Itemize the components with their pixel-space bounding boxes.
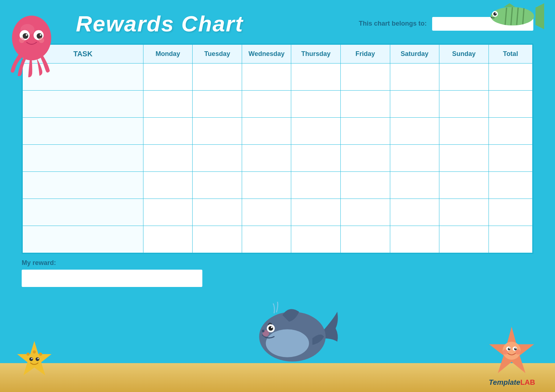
svg-point-10: [12, 16, 51, 60]
day-cell[interactable]: [489, 64, 532, 91]
day-cell[interactable]: [242, 91, 291, 118]
day-cell[interactable]: [340, 64, 390, 91]
svg-point-17: [40, 34, 42, 36]
day-cell[interactable]: [242, 226, 291, 253]
svg-point-16: [26, 34, 27, 36]
table-row: [23, 145, 533, 172]
day-cell[interactable]: [291, 226, 341, 253]
day-cell[interactable]: [193, 64, 242, 91]
day-cell[interactable]: [340, 145, 390, 172]
svg-point-38: [26, 353, 30, 356]
day-cell[interactable]: [439, 118, 489, 145]
table-row: [23, 172, 533, 199]
task-cell[interactable]: [23, 199, 143, 226]
day-cell[interactable]: [489, 145, 532, 172]
octopus-decoration: [4, 7, 60, 79]
day-cell[interactable]: [340, 199, 390, 226]
col-wednesday: Wednesday: [242, 45, 291, 64]
day-cell[interactable]: [143, 172, 193, 199]
day-cell[interactable]: [489, 226, 532, 253]
day-cell[interactable]: [340, 118, 390, 145]
day-cell[interactable]: [489, 172, 532, 199]
day-cell[interactable]: [340, 172, 390, 199]
day-cell[interactable]: [193, 172, 242, 199]
day-cell[interactable]: [143, 64, 193, 91]
svg-point-21: [266, 329, 309, 357]
svg-point-42: [35, 357, 39, 361]
day-cell[interactable]: [143, 226, 193, 253]
table-header-row: TASK Monday Tuesday Wednesday Thursday F…: [23, 45, 533, 64]
table-row: [23, 91, 533, 118]
svg-point-33: [509, 348, 510, 349]
day-cell[interactable]: [489, 91, 532, 118]
footer-section: My reward:: [18, 259, 537, 287]
day-cell[interactable]: [439, 226, 489, 253]
svg-point-19: [39, 38, 44, 43]
svg-point-35: [503, 349, 508, 354]
day-cell[interactable]: [143, 118, 193, 145]
day-cell[interactable]: [242, 199, 291, 226]
task-cell[interactable]: [23, 226, 143, 253]
day-cell[interactable]: [143, 145, 193, 172]
day-cell[interactable]: [143, 91, 193, 118]
svg-point-39: [33, 350, 36, 354]
day-cell[interactable]: [291, 172, 341, 199]
lab-text: LAB: [520, 378, 535, 386]
svg-point-44: [38, 358, 39, 359]
table-row: [23, 226, 533, 253]
svg-marker-1: [535, 3, 544, 29]
starfish-left-decoration: [11, 338, 58, 388]
day-cell[interactable]: [489, 118, 532, 145]
day-cell[interactable]: [439, 64, 489, 91]
day-cell[interactable]: [193, 226, 242, 253]
svg-point-34: [515, 348, 516, 349]
day-cell[interactable]: [390, 226, 439, 253]
day-cell[interactable]: [439, 199, 489, 226]
day-cell[interactable]: [390, 145, 439, 172]
starfish-right-decoration: [483, 323, 541, 381]
svg-point-24: [271, 327, 273, 328]
day-cell[interactable]: [439, 145, 489, 172]
day-cell[interactable]: [193, 91, 242, 118]
day-cell[interactable]: [242, 172, 291, 199]
day-cell[interactable]: [291, 199, 341, 226]
day-cell[interactable]: [439, 91, 489, 118]
col-sunday: Sunday: [439, 45, 489, 64]
day-cell[interactable]: [291, 145, 341, 172]
day-cell[interactable]: [340, 91, 390, 118]
day-cell[interactable]: [291, 64, 341, 91]
svg-marker-9: [504, 3, 515, 7]
day-cell[interactable]: [143, 199, 193, 226]
my-reward-input[interactable]: [22, 270, 202, 287]
whale-decoration: [256, 302, 339, 374]
col-friday: Friday: [340, 45, 390, 64]
day-cell[interactable]: [340, 226, 390, 253]
rewards-table-container: TASK Monday Tuesday Wednesday Thursday F…: [22, 44, 533, 254]
page: Rewards Chart This chart belongs to: TAS…: [0, 0, 555, 392]
day-cell[interactable]: [193, 199, 242, 226]
day-cell[interactable]: [193, 118, 242, 145]
day-cell[interactable]: [291, 91, 341, 118]
col-total: Total: [489, 45, 532, 64]
task-cell[interactable]: [23, 172, 143, 199]
day-cell[interactable]: [390, 64, 439, 91]
col-monday: Monday: [143, 45, 193, 64]
day-cell[interactable]: [390, 91, 439, 118]
table-row: [23, 199, 533, 226]
task-cell[interactable]: [23, 91, 143, 118]
day-cell[interactable]: [439, 172, 489, 199]
day-cell[interactable]: [390, 118, 439, 145]
task-cell[interactable]: [23, 145, 143, 172]
day-cell[interactable]: [390, 199, 439, 226]
day-cell[interactable]: [242, 145, 291, 172]
svg-marker-37: [17, 341, 51, 375]
day-cell[interactable]: [242, 64, 291, 91]
day-cell[interactable]: [291, 118, 341, 145]
day-cell[interactable]: [390, 172, 439, 199]
belongs-to-label: This chart belongs to:: [359, 20, 427, 27]
rewards-table: TASK Monday Tuesday Wednesday Thursday F…: [22, 44, 533, 253]
day-cell[interactable]: [242, 118, 291, 145]
day-cell[interactable]: [193, 145, 242, 172]
day-cell[interactable]: [489, 199, 532, 226]
task-cell[interactable]: [23, 118, 143, 145]
